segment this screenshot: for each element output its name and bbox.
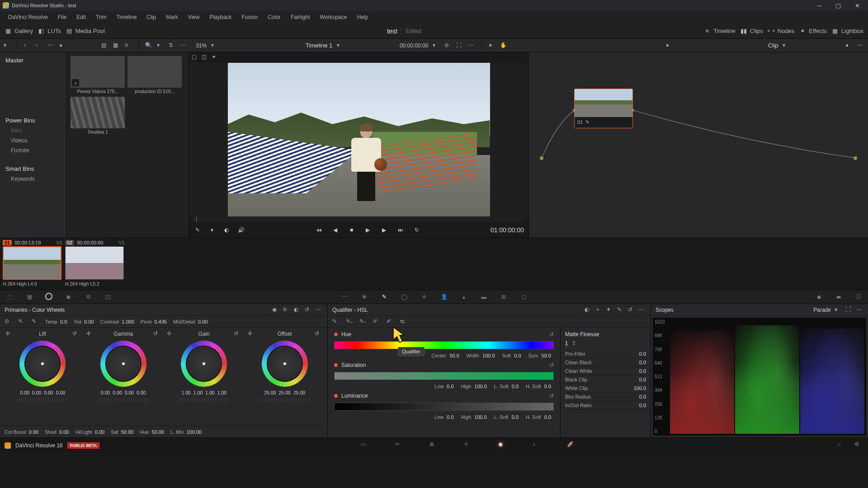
color-warper-icon[interactable]: ❋: [360, 293, 368, 301]
view-list-icon[interactable]: ≡: [125, 42, 132, 49]
info-icon[interactable]: ⓘ: [854, 293, 863, 301]
node-dot2-icon[interactable]: ●: [845, 42, 853, 49]
hue-width[interactable]: Width 100.0: [467, 353, 495, 358]
yrgb-toggle-icon[interactable]: ✢: [167, 330, 174, 338]
sat-lsoft[interactable]: L. Soft 0.0: [494, 384, 519, 389]
clip-mode[interactable]: Clip: [768, 42, 778, 49]
maximize-button[interactable]: ▢: [830, 1, 846, 10]
nodes-toggle[interactable]: ⚬⚬Nodes: [768, 28, 795, 35]
home-icon[interactable]: ⌂: [837, 441, 846, 450]
picker-icon[interactable]: ✎: [332, 318, 340, 325]
menu-mark[interactable]: Mark: [161, 12, 183, 22]
viewer-timecode[interactable]: 00:00:00:00: [400, 42, 428, 49]
blur-icon[interactable]: ▴: [460, 293, 468, 301]
prev-frame-button[interactable]: ◀: [331, 226, 340, 234]
page-edit-icon[interactable]: ≣: [429, 441, 439, 450]
page-color-icon[interactable]: ◉: [498, 441, 507, 450]
lift-master-wheel[interactable]: [18, 398, 67, 402]
page-fusion-icon[interactable]: ⚛: [464, 441, 473, 450]
tracking-icon[interactable]: ✢: [420, 293, 428, 301]
sat-hsoft[interactable]: H. Soft 0.0: [526, 384, 551, 389]
clip-thumb[interactable]: 0200:00:00:00V1 H.264 High L5.2: [65, 240, 125, 288]
magic-mask-icon[interactable]: 👤: [440, 293, 448, 301]
gain-wheel[interactable]: [180, 340, 227, 387]
timeline-name[interactable]: Timeline 1: [306, 42, 332, 49]
transport-timecode[interactable]: 01:00:00:00: [491, 226, 524, 234]
mf-blurradius[interactable]: Blur Radius0.0: [565, 393, 646, 401]
scopes-icon[interactable]: ⫘: [835, 293, 843, 301]
audio-icon[interactable]: 🔊: [237, 226, 245, 234]
param-lmix[interactable]: L. Mix 100.00: [170, 429, 202, 435]
menu-playback[interactable]: Playback: [205, 12, 236, 22]
mf-cleanwhite[interactable]: Clean White0.0: [565, 367, 646, 375]
chevron-down-icon[interactable]: ▾: [337, 42, 344, 49]
mf-tab-2[interactable]: 2: [572, 340, 575, 346]
dot-icon[interactable]: ●: [59, 42, 66, 49]
hue-soft[interactable]: Soft 0.0: [502, 353, 521, 358]
rgb-mixer-icon[interactable]: ⚙: [84, 293, 92, 301]
picker-white-icon[interactable]: ✎: [18, 318, 25, 325]
lum-lsoft[interactable]: L. Soft 0.0: [494, 414, 519, 420]
3d-icon[interactable]: ▢: [519, 293, 528, 301]
menu-fusion[interactable]: Fusion: [237, 12, 262, 22]
sizing-icon[interactable]: ⊞: [500, 293, 508, 301]
reset-icon[interactable]: ↺: [315, 330, 322, 338]
param-sat[interactable]: Sat 50.00: [111, 429, 133, 435]
picker-black-icon[interactable]: ✎: [32, 318, 39, 325]
picker-soft-add-icon[interactable]: ✐: [373, 318, 380, 325]
reset-icon[interactable]: ↺: [628, 306, 635, 314]
close-button[interactable]: ✕: [849, 1, 865, 10]
sat-high[interactable]: High 100.0: [461, 384, 487, 389]
param-middetail[interactable]: Mid/Detail 0.00: [173, 319, 208, 324]
effects-toggle[interactable]: ✦Effects: [799, 28, 827, 35]
menu-color[interactable]: Color: [263, 12, 285, 22]
viewer-scrubber[interactable]: [193, 216, 525, 222]
reset-icon[interactable]: ↺: [549, 393, 554, 399]
hand-icon[interactable]: ✋: [500, 42, 507, 49]
camera-raw-icon[interactable]: ⬚: [5, 293, 14, 301]
gallery-toggle[interactable]: ▦Gallery: [5, 28, 33, 35]
param-pivot[interactable]: Pivot 0.435: [141, 319, 167, 324]
more-icon[interactable]: ⋯: [47, 42, 55, 49]
qmode-3d-icon[interactable]: ✎: [617, 306, 624, 314]
motion-effects-icon[interactable]: ▯▯: [104, 293, 112, 301]
reset-icon[interactable]: ↺: [549, 331, 554, 338]
next-frame-button[interactable]: ▶: [380, 226, 388, 234]
more-icon[interactable]: ⋯: [856, 306, 863, 314]
lightbox-toggle[interactable]: ▦Lightbox: [831, 28, 863, 35]
mf-prefilter[interactable]: Pre-Filter0.0: [565, 350, 646, 358]
yrgb-toggle-icon[interactable]: ✢: [86, 330, 94, 338]
smartbin-keywords[interactable]: Keywords: [0, 174, 66, 184]
qualifier-icon[interactable]: ✎: [380, 293, 388, 301]
first-frame-button[interactable]: ⏮: [315, 226, 323, 234]
offset-master-wheel[interactable]: [260, 398, 310, 402]
media-timeline[interactable]: Timeline 1: [71, 97, 125, 135]
invert-icon[interactable]: ⇆: [400, 318, 407, 325]
sat-low[interactable]: Low 0.0: [434, 384, 454, 389]
media-clip[interactable]: ♪ Pexels Videos 278...: [71, 56, 125, 94]
viewer-highlight-icon[interactable]: ✦: [212, 54, 219, 61]
menu-clip[interactable]: Clip: [142, 12, 160, 22]
picker-soft-sub-icon[interactable]: ✐: [387, 318, 394, 325]
smart-bins-header[interactable]: Smart Bins: [0, 164, 66, 174]
chevron-down-icon[interactable]: ▾: [157, 42, 164, 49]
hdr-wheels-icon[interactable]: ◉: [64, 293, 72, 301]
param-shad[interactable]: Shad 0.00: [45, 429, 69, 435]
loop-button[interactable]: ↻: [413, 226, 421, 234]
more-icon[interactable]: ⋯: [639, 306, 646, 314]
node-graph-input[interactable]: [540, 156, 543, 160]
last-frame-button[interactable]: ⏭: [396, 226, 405, 234]
viewer-canvas[interactable]: [189, 63, 528, 216]
picker-add-icon[interactable]: ✎₊: [346, 318, 353, 325]
menu-view[interactable]: View: [184, 12, 204, 22]
clips-toggle[interactable]: ▮▮Clips: [740, 28, 763, 35]
auto-balance-icon[interactable]: ⊙: [5, 318, 12, 325]
chevron-down-icon[interactable]: ▾: [208, 226, 216, 234]
luts-toggle[interactable]: ◧LUTs: [38, 28, 61, 35]
power-windows-icon[interactable]: ◯: [400, 293, 408, 301]
hue-bar[interactable]: [334, 341, 554, 349]
master-bin[interactable]: Master: [0, 55, 66, 66]
view-metadata-icon[interactable]: ▤: [101, 42, 108, 49]
bin-dropdown-icon[interactable]: ▾: [4, 42, 11, 49]
search-icon[interactable]: 🔍: [145, 42, 152, 49]
